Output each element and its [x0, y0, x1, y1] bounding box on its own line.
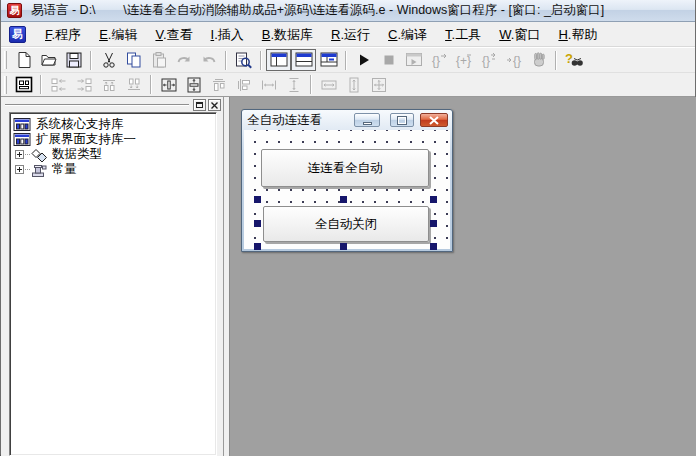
- form-title-bar: 全自动连连看: [242, 110, 452, 130]
- title-bar: 易 易语言 - D:\ \连连看全自动消除辅助成品+源码\连连看源码.e - W…: [1, 0, 695, 22]
- support-library-panel: 系统核心支持库 扩展界面支持库一 数据类型 常量: [1, 97, 223, 456]
- menu-database[interactable]: B.数据库: [253, 22, 322, 47]
- svg-text:{}: {}: [513, 54, 521, 68]
- cut-icon[interactable]: [96, 49, 121, 71]
- menu-window[interactable]: W.窗口: [490, 22, 549, 47]
- app-logo-icon: 易: [7, 3, 22, 18]
- panel-splitter[interactable]: [223, 97, 230, 456]
- toolbar-standard: {} {+} {} {} ?: [1, 47, 695, 73]
- menu-insert[interactable]: I.插入: [202, 22, 253, 47]
- menu-help[interactable]: H.帮助: [549, 22, 606, 47]
- tree-item-core-library[interactable]: 系统核心支持库: [13, 117, 214, 132]
- panel-maximize-button[interactable]: [193, 99, 206, 111]
- form-editor-icon[interactable]: [11, 74, 36, 96]
- expand-plus-icon[interactable]: [15, 150, 24, 159]
- library-icon: [13, 132, 32, 147]
- panel-close-button[interactable]: [208, 99, 221, 111]
- designed-button-auto-close[interactable]: 全自动关闭: [263, 206, 429, 242]
- ide-window: 易 易语言 - D:\ \连连看全自动消除辅助成品+源码\连连看源码.e - W…: [0, 0, 696, 456]
- step-out-icon: {}: [476, 49, 501, 71]
- step-over-icon: {+}: [451, 49, 476, 71]
- same-size-icon: [366, 74, 391, 96]
- work-area: 系统核心支持库 扩展界面支持库一 数据类型 常量: [1, 97, 696, 456]
- library-tree[interactable]: 系统核心支持库 扩展界面支持库一 数据类型 常量: [9, 112, 217, 456]
- library-icon: [13, 117, 32, 132]
- tree-item-datatypes[interactable]: 数据类型: [13, 147, 214, 162]
- toolbar-separator: [90, 51, 92, 70]
- svg-text:{+}: {+}: [456, 54, 471, 68]
- constants-icon: [30, 162, 48, 178]
- close-icon: [429, 116, 439, 125]
- menu-tools[interactable]: T.工具: [436, 22, 490, 47]
- view-layout-icon[interactable]: [316, 49, 341, 71]
- selection-handle[interactable]: [340, 196, 347, 203]
- align-up-icon: [96, 74, 121, 96]
- toolbar-separator: [40, 75, 42, 94]
- toolbar-grip[interactable]: [4, 51, 7, 69]
- run-icon[interactable]: [351, 49, 376, 71]
- menu-program[interactable]: F.程序: [36, 22, 90, 47]
- view-program-icon[interactable]: [266, 49, 291, 71]
- selection-handle[interactable]: [430, 220, 437, 227]
- menu-edit[interactable]: E.编辑: [90, 22, 146, 47]
- align-middle-icon: [231, 74, 256, 96]
- svg-text:?: ?: [565, 51, 573, 66]
- selection-handle[interactable]: [430, 196, 437, 203]
- form-minimize-button[interactable]: [354, 113, 380, 127]
- open-file-icon[interactable]: [36, 49, 61, 71]
- find-icon[interactable]: [231, 49, 256, 71]
- selection-handle[interactable]: [254, 220, 261, 227]
- designed-button-auto-play[interactable]: 连连看全自动: [261, 149, 429, 187]
- add-right-icon: [71, 74, 96, 96]
- form-maximize-button[interactable]: [390, 113, 414, 127]
- form-designer-window[interactable]: 全自动连连看 连连看全自动 全自动关闭: [241, 109, 453, 252]
- toolbar-form-design: [1, 73, 695, 97]
- selection-handle[interactable]: [430, 243, 437, 250]
- view-split-icon[interactable]: [291, 49, 316, 71]
- toolbar-separator: [345, 51, 347, 70]
- undo-icon: [196, 49, 221, 71]
- tree-item-ui-library[interactable]: 扩展界面支持库一: [13, 132, 214, 147]
- help-find-icon[interactable]: ?: [561, 49, 586, 71]
- expand-plus-icon[interactable]: [15, 165, 24, 174]
- redo-icon: [171, 49, 196, 71]
- menu-bar: 易 F.程序 E.编辑 V.查看 I.插入 B.数据库 R.运行 C.编译 T.…: [1, 22, 695, 47]
- svg-text:{}: {}: [482, 54, 490, 68]
- close-icon: [211, 102, 218, 109]
- center-vertical-icon[interactable]: [181, 74, 206, 96]
- minimize-icon: [363, 122, 372, 125]
- form-close-button[interactable]: [420, 113, 448, 127]
- space-vertical-icon: [281, 74, 306, 96]
- svg-text:{}: {}: [432, 54, 440, 68]
- debug-window-icon: [401, 49, 426, 71]
- datatypes-icon: [30, 147, 48, 163]
- copy-icon[interactable]: [121, 49, 146, 71]
- form-title: 全自动连连看: [247, 112, 322, 129]
- document-system-icon: 易: [9, 26, 26, 43]
- selection-handle[interactable]: [340, 243, 347, 250]
- menu-run[interactable]: R.运行: [322, 22, 379, 47]
- center-horizontal-icon[interactable]: [156, 74, 181, 96]
- selection-handle[interactable]: [254, 243, 261, 250]
- toolbar-grip[interactable]: [4, 76, 7, 94]
- tree-item-label: 常量: [52, 161, 77, 178]
- add-left-icon: [46, 74, 71, 96]
- panel-drag-handle[interactable]: [5, 104, 189, 106]
- mdi-background: 全自动连连看 连连看全自动 全自动关闭: [230, 97, 696, 456]
- maximize-icon: [196, 102, 203, 108]
- save-icon[interactable]: [61, 49, 86, 71]
- stop-icon: [376, 49, 401, 71]
- toolbar-separator: [150, 75, 152, 94]
- new-file-icon[interactable]: [11, 49, 36, 71]
- menu-view[interactable]: V.查看: [146, 22, 201, 47]
- menu-compile[interactable]: C.编译: [379, 22, 436, 47]
- align-top-icon: [206, 74, 231, 96]
- toolbar-separator: [225, 51, 227, 70]
- space-horizontal-icon: [256, 74, 281, 96]
- maximize-icon: [398, 117, 406, 124]
- tree-item-constants[interactable]: 常量: [13, 162, 214, 177]
- run-to-cursor-icon: {}: [501, 49, 526, 71]
- form-design-surface[interactable]: 连连看全自动 全自动关闭: [244, 130, 450, 249]
- selection-handle[interactable]: [254, 196, 261, 203]
- pause-icon: [526, 49, 551, 71]
